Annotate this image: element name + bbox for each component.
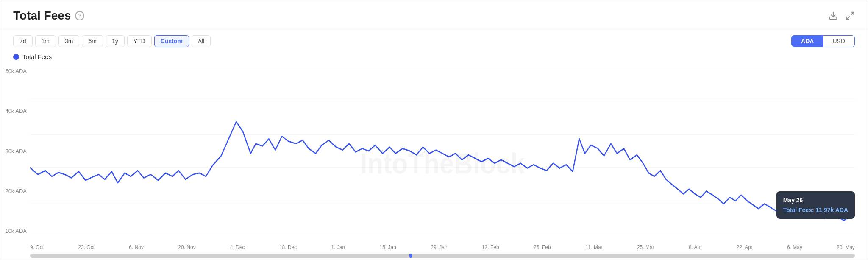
x-label-26feb: 26. Feb [534, 244, 551, 250]
svg-line-1 [851, 12, 854, 14]
filter-ytd[interactable]: YTD [127, 35, 152, 47]
y-label-20k: 20k ADA [5, 188, 27, 194]
x-label-23oct: 23. Oct [78, 244, 95, 250]
x-label-25mar: 25. Mar [637, 244, 654, 250]
chart-endpoint-dot [852, 210, 855, 217]
filter-6m[interactable]: 6m [82, 35, 103, 47]
x-label-9oct: 9. Oct [30, 244, 44, 250]
widget-header: Total Fees ? [0, 0, 868, 29]
y-label-30k: 30k ADA [5, 148, 27, 154]
x-label-11mar: 11. Mar [585, 244, 603, 250]
currency-usd[interactable]: USD [823, 36, 854, 47]
filter-custom[interactable]: Custom [154, 35, 189, 47]
chart-svg-container: IntoTheBlock [30, 68, 855, 234]
x-label-6nov: 6. Nov [129, 244, 144, 250]
x-label-29jan: 29. Jan [431, 244, 447, 250]
x-label-12feb: 12. Feb [482, 244, 499, 250]
chart-controls: 7d 1m 3m 6m 1y YTD Custom All ADA USD [0, 29, 868, 51]
x-label-4dec: 4. Dec [230, 244, 245, 250]
y-label-10k: 10k ADA [5, 228, 27, 234]
x-label-20nov: 20. Nov [178, 244, 195, 250]
widget-title: Total Fees [13, 9, 71, 22]
help-icon[interactable]: ? [75, 11, 84, 20]
currency-toggle: ADA USD [791, 35, 855, 47]
chart-scrollbar[interactable] [30, 254, 855, 258]
y-label-40k: 40k ADA [5, 108, 27, 114]
filter-all[interactable]: All [192, 35, 211, 47]
download-button[interactable] [829, 11, 838, 20]
header-left: Total Fees ? [13, 9, 84, 22]
x-label-22apr: 22. Apr [737, 244, 753, 250]
filter-7d[interactable]: 7d [13, 35, 33, 47]
x-label-6may: 6. May [787, 244, 802, 250]
line-chart: IntoTheBlock [30, 68, 855, 234]
x-label-1jan: 1. Jan [331, 244, 345, 250]
svg-line-2 [847, 16, 849, 19]
x-label-20may: 20. May [837, 244, 855, 250]
scrollbar-indicator [409, 254, 412, 258]
legend-label: Total Fees [22, 53, 52, 60]
x-label-18dec: 18. Dec [279, 244, 297, 250]
x-label-8apr: 8. Apr [689, 244, 702, 250]
legend-dot [13, 54, 19, 60]
filter-1y[interactable]: 1y [106, 35, 125, 47]
x-label-15jan: 15. Jan [380, 244, 396, 250]
total-fees-widget: Total Fees ? 7d [0, 0, 868, 260]
expand-button[interactable] [846, 11, 855, 20]
chart-legend: Total Fees [0, 51, 868, 64]
currency-ada[interactable]: ADA [792, 36, 823, 47]
scrollbar-thumb [30, 254, 855, 258]
y-label-50k: 50k ADA [5, 68, 27, 74]
filter-3m[interactable]: 3m [58, 35, 79, 47]
header-right [829, 11, 855, 20]
y-axis: 50k ADA 40k ADA 30k ADA 20k ADA 10k ADA [0, 68, 30, 234]
filter-1m[interactable]: 1m [35, 35, 56, 47]
chart-area: 50k ADA 40k ADA 30k ADA 20k ADA 10k ADA … [0, 64, 868, 253]
x-axis: 9. Oct 23. Oct 6. Nov 20. Nov 4. Dec 18.… [30, 244, 855, 250]
time-filter-group: 7d 1m 3m 6m 1y YTD Custom All [13, 35, 211, 47]
